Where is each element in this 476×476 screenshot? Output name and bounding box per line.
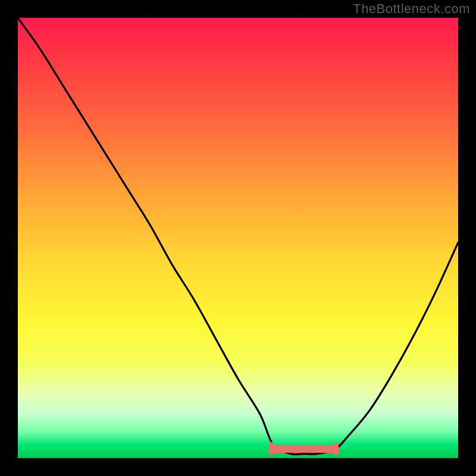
optimal-range-marker	[271, 444, 336, 453]
plot-area	[18, 18, 458, 458]
chart-frame: TheBottleneck.com	[0, 0, 476, 476]
bottleneck-curve	[18, 18, 458, 458]
curve-path	[18, 18, 458, 455]
watermark-text: TheBottleneck.com	[353, 1, 470, 17]
